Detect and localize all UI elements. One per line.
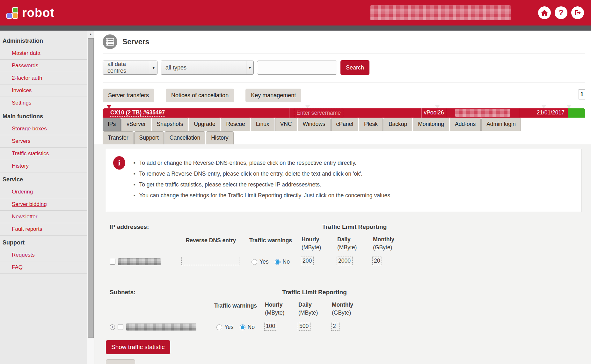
tab-rescue[interactable]: Rescue <box>221 118 250 131</box>
monthly-value[interactable]: 20 <box>372 257 382 265</box>
servername-placeholder[interactable]: Enter servername <box>294 109 343 117</box>
robot-logo[interactable]: robot <box>7 6 55 20</box>
sidebar-section-main-functions: Main functions <box>0 109 87 123</box>
server-tabs-row1: IPs vServer Snapshots Upgrade Rescue Lin… <box>103 118 585 131</box>
servername-field[interactable]: Enter servername <box>289 108 421 118</box>
datacentre-select[interactable]: all data centres ▾ <box>103 61 157 75</box>
sidebar-item-invoices[interactable]: Invoices <box>0 84 87 97</box>
logout-icon[interactable] <box>571 6 584 19</box>
sidebar-item-servers[interactable]: Servers <box>0 135 87 148</box>
subnet-checkbox[interactable] <box>118 324 123 330</box>
tab-plesk[interactable]: Plesk <box>359 118 383 131</box>
filter-row: all data centres ▾ all types ▾ Search <box>103 60 585 75</box>
tab-snapshots[interactable]: Snapshots <box>152 118 188 131</box>
tab-ips[interactable]: IPs <box>103 118 121 131</box>
monthly-column-header: Monthly (GByte) <box>331 296 365 317</box>
sidebar-item-settings[interactable]: Settings <box>0 97 87 109</box>
scrollbar[interactable]: ▲ <box>87 31 94 364</box>
server-name-link[interactable]: CX10 (2 TB) #635497 <box>103 108 289 118</box>
traffic-limit-reporting-header: Traffic Limit Reporting <box>264 289 365 296</box>
traffic-warning-yes-radio[interactable] <box>216 324 222 330</box>
sidebar-item-requests[interactable]: Requests <box>0 249 87 261</box>
hourly-cell: 100 <box>264 322 298 331</box>
tab-admin-login[interactable]: Admin login <box>481 118 521 131</box>
sidebar-item-passwords[interactable]: Passwords <box>0 60 87 72</box>
sidebar-item-fault-reports[interactable]: Fault reports <box>0 223 87 236</box>
tab-transfer[interactable]: Transfer <box>103 131 134 144</box>
scrollbar-up-arrow[interactable]: ▲ <box>87 31 94 38</box>
expand-icon[interactable]: + <box>110 324 115 330</box>
page: robot ? Administration Master data Passw… <box>0 0 591 364</box>
tab-addons[interactable]: Add-ons <box>450 118 481 131</box>
robot-logo-icon <box>7 8 18 18</box>
redacted-subnet[interactable] <box>126 324 196 331</box>
search-input[interactable] <box>257 61 337 75</box>
tab-upgrade[interactable]: Upgrade <box>189 118 220 131</box>
daily-value[interactable]: 500 <box>298 322 310 331</box>
ip-row <box>110 258 181 265</box>
redacted-server-ip <box>455 109 510 117</box>
traffic-warnings-cell: Yes No <box>207 324 264 331</box>
sidebar-item-traffic-statistics[interactable]: Traffic statistics <box>0 148 87 160</box>
traffic-warning-yes-radio[interactable] <box>252 259 257 265</box>
monthly-value[interactable]: 2 <box>331 322 339 331</box>
help-icon[interactable]: ? <box>555 6 567 19</box>
hourly-value[interactable]: 200 <box>301 257 314 265</box>
paid-until-link[interactable]: 21/01/2017 <box>519 108 568 118</box>
sort-arrow-icon[interactable] <box>435 105 440 108</box>
subnet-row: + <box>110 324 207 331</box>
sort-arrow-icon[interactable] <box>106 105 112 108</box>
vpool-label[interactable]: vPool26 <box>424 109 444 116</box>
hourly-unit: (MByte) <box>265 309 298 316</box>
tab-vnc[interactable]: VNC <box>275 118 297 131</box>
tab-cancellation[interactable]: Cancellation <box>164 131 205 144</box>
type-select[interactable]: all types ▾ <box>161 61 254 75</box>
sidebar-item-faq[interactable]: FAQ <box>0 261 87 274</box>
reverse-dns-column-header: Reverse DNS entry <box>181 231 240 252</box>
yes-label: Yes <box>224 324 234 331</box>
traffic-warning-no-radio[interactable] <box>240 324 245 330</box>
search-button[interactable]: Search <box>340 60 369 75</box>
home-icon[interactable] <box>538 6 551 19</box>
notices-of-cancellation-button[interactable]: Notices of cancellation <box>166 89 234 102</box>
show-traffic-statistic-button[interactable]: Show traffic statistic <box>106 340 170 354</box>
hourly-label: Hourly <box>265 302 298 308</box>
tab-backup[interactable]: Backup <box>383 118 412 131</box>
tab-content-panel: i To add or change the Reverse-DNS-entri… <box>94 144 591 364</box>
tab-history[interactable]: History <box>206 131 233 144</box>
tab-monitoring[interactable]: Monitoring <box>413 118 449 131</box>
paid-until-date[interactable]: 21/01/2017 <box>536 109 565 116</box>
sidebar-item-2factor-auth[interactable]: 2-factor auth <box>0 72 87 84</box>
reverse-dns-input[interactable] <box>181 257 239 265</box>
page-number[interactable]: 1 <box>579 89 585 99</box>
sort-arrow-icon[interactable] <box>305 105 310 108</box>
sidebar-item-ordering[interactable]: Ordering <box>0 186 87 198</box>
tab-cpanel[interactable]: cPanel <box>331 118 359 131</box>
key-management-button[interactable]: Key management <box>245 89 301 102</box>
traffic-warnings-cell: Yes No <box>240 258 301 265</box>
server-name[interactable]: CX10 (2 TB) #635497 <box>110 109 165 117</box>
redacted-ip-address[interactable] <box>118 258 161 265</box>
server-transfers-button[interactable]: Server transfers <box>103 89 154 102</box>
vpool-link[interactable]: vPool26 <box>422 108 446 118</box>
scrollbar-thumb[interactable] <box>88 38 94 338</box>
tab-linux[interactable]: Linux <box>251 118 274 131</box>
hourly-value[interactable]: 100 <box>264 322 277 331</box>
subnets-label: Subnets: <box>110 289 207 296</box>
sidebar-section-support: Support <box>0 236 87 249</box>
sidebar-item-newsletter[interactable]: Newsletter <box>0 211 87 223</box>
sidebar-item-master-data[interactable]: Master data <box>0 47 87 60</box>
ip-checkbox[interactable] <box>110 259 115 265</box>
sidebar-item-history[interactable]: History <box>0 160 87 172</box>
tab-support[interactable]: Support <box>134 131 164 144</box>
sort-arrow-icon[interactable] <box>541 105 546 108</box>
tab-windows[interactable]: Windows <box>298 118 331 131</box>
sort-arrow-icon[interactable] <box>566 105 572 108</box>
tab-vserver[interactable]: vServer <box>121 118 151 131</box>
daily-value[interactable]: 2000 <box>337 257 353 265</box>
sidebar-item-server-bidding[interactable]: Server bidding <box>0 198 87 211</box>
sidebar-item-storage-boxes[interactable]: Storage boxes <box>0 123 87 135</box>
daily-cell: 2000 <box>337 257 372 265</box>
traffic-warning-no-radio[interactable] <box>275 259 281 265</box>
info-note: To get the traffic statistics, please se… <box>134 179 392 190</box>
